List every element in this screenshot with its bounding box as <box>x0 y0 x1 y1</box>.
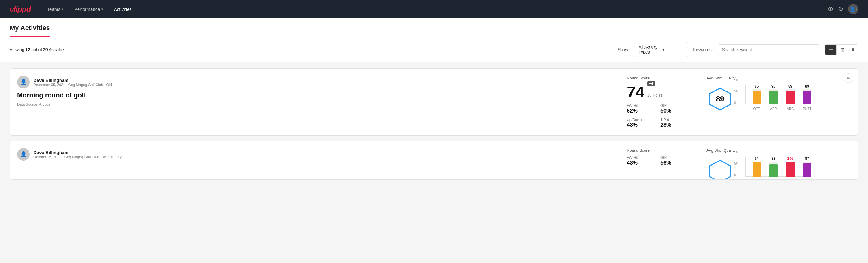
card-divider-2 <box>696 76 697 128</box>
user-name: Dave Billingham <box>33 78 112 83</box>
score-badge: +4 <box>647 81 655 86</box>
stat-grid: FW Hit 62% GIR 50% Up/Down 43% 1 Putt 28… <box>627 104 687 128</box>
card-left-2: 👤 Dave Billingham October 16, 2021 · Gog… <box>17 148 607 164</box>
nav-item-activities[interactable]: Activities <box>110 4 136 14</box>
round-score-wrap: 74 +4 18 Holes <box>627 81 687 100</box>
fw-hit-value-2: 43% <box>627 160 653 166</box>
bar-putt-outer-2 <box>803 162 811 177</box>
card-stats-2: Round Score FW Hit 43% GIR 56% <box>627 148 687 166</box>
avatar-icon: 👤 <box>850 6 856 12</box>
card-left: 👤 Dave Billingham December 05, 2021 · Go… <box>17 76 607 107</box>
updown-value: 43% <box>627 122 653 128</box>
bar-app-value-2: 82 <box>771 156 775 161</box>
data-source: Data Source: Arccos <box>17 102 607 107</box>
activities-list: 👤 Dave Billingham December 05, 2021 · Go… <box>0 62 868 186</box>
bar-putt: 89 PUTT <box>803 84 811 105</box>
y-axis-labels: 100 50 0 <box>735 79 740 105</box>
bar-arg-outer-2 <box>786 162 795 177</box>
stat-item-fw-hit: FW Hit 62% <box>627 104 653 114</box>
bar-app-inner <box>769 91 778 105</box>
refresh-icon[interactable]: ↻ <box>838 5 843 13</box>
bar-chart-2: 94 OTT 82 APP 106 <box>752 157 811 180</box>
activity-card-2: 👤 Dave Billingham October 16, 2021 · Gog… <box>10 141 858 180</box>
card-divider <box>617 76 617 128</box>
bar-app-label: APP <box>770 107 777 111</box>
view-toggle: ☰ ⊞ ≡ <box>825 44 858 55</box>
round-score-label-2: Round Score <box>627 148 687 152</box>
quality-label: Avg Shot Quality <box>707 76 736 80</box>
user-date-2: October 16, 2021 · Gog Magog Golf Club -… <box>33 155 122 159</box>
gir-value-2: 56% <box>660 160 687 166</box>
hexagon-icon-2 <box>708 159 732 180</box>
search-input[interactable] <box>718 44 820 55</box>
user-info-2: Dave Billingham October 16, 2021 · Gog M… <box>33 150 122 159</box>
bar-ott-label-2: OTT <box>753 179 760 180</box>
stat-item-gir: GIR 50% <box>660 104 687 114</box>
y-label-100: 100 <box>735 79 740 82</box>
holes-label: 18 Holes <box>647 93 662 97</box>
viewing-count: 12 <box>26 47 30 52</box>
card-divider-3 <box>617 148 617 172</box>
user-name-2: Dave Billingham <box>33 150 122 155</box>
navbar: clippd Teams ▾ Performance ▾ Activities … <box>0 0 868 18</box>
bar-app: 90 APP <box>769 84 778 105</box>
bar-arg-label-2: ARG <box>787 179 794 180</box>
activity-type-dropdown[interactable]: All Activity Types ▾ <box>634 42 688 57</box>
bar-ott-outer-2 <box>752 162 761 177</box>
bar-putt-inner-2 <box>803 164 811 177</box>
search-input-wrap <box>718 44 820 55</box>
avatar: 👤 <box>17 76 30 88</box>
bar-putt-value: 89 <box>805 84 809 88</box>
page-header: My Activities <box>0 18 868 37</box>
compact-view-button[interactable]: ≡ <box>848 45 858 55</box>
stat-grid-2: FW Hit 43% GIR 56% <box>627 155 687 166</box>
bar-app-label-2: APP <box>770 179 777 180</box>
user-date: December 05, 2021 · Gog Magog Golf Club … <box>33 83 112 87</box>
card-stats: Round Score 74 +4 18 Holes FW Hit 62% GI… <box>627 76 687 128</box>
hexagon-wrap: 89 <box>707 84 734 114</box>
bar-ott-inner <box>752 91 761 105</box>
user-row-2: 👤 Dave Billingham October 16, 2021 · Gog… <box>17 148 607 161</box>
svg-marker-1 <box>710 160 731 180</box>
dropdown-chevron-icon: ▾ <box>662 47 684 52</box>
bar-putt-value-2: 87 <box>805 156 809 161</box>
chevron-down-icon: ▾ <box>62 7 63 11</box>
nav-right: ⊕ ↻ 👤 ▾ <box>828 4 858 14</box>
bar-ott-value: 85 <box>754 84 758 88</box>
user-info: Dave Billingham December 05, 2021 · Gog … <box>33 78 112 87</box>
user-avatar[interactable]: 👤 ▾ <box>848 4 858 14</box>
gir-value: 50% <box>660 108 687 114</box>
quality-section: Avg Shot Quality 89 100 50 0 <box>707 76 851 114</box>
bar-putt-2: 87 PUTT <box>803 156 811 177</box>
card-divider-4 <box>696 148 697 172</box>
bar-app-outer <box>769 89 778 105</box>
fw-hit-label: FW Hit <box>627 104 653 108</box>
bar-app-value: 90 <box>771 84 775 88</box>
avatar-person-icon: 👤 <box>20 79 27 85</box>
fw-hit-value: 62% <box>627 108 653 114</box>
edit-button[interactable]: ✏ <box>844 74 853 83</box>
bar-arg-2: 106 ARG <box>786 156 795 177</box>
bar-ott: 85 OTT <box>752 84 761 105</box>
fw-hit-label-2: FW Hit <box>627 155 653 160</box>
nav-item-teams[interactable]: Teams ▾ <box>43 4 68 14</box>
bar-arg-value: 89 <box>788 84 792 88</box>
y-label-50: 50 <box>735 90 740 93</box>
bar-putt-outer <box>803 89 811 105</box>
bar-putt-label-2: PUTT <box>803 179 811 180</box>
bar-putt-inner <box>803 91 811 105</box>
nav-item-performance[interactable]: Performance ▾ <box>70 4 107 14</box>
bar-chart-wrap-2: 100 50 0 94 OTT 82 <box>743 151 811 180</box>
grid-view-button[interactable]: ⊞ <box>837 45 848 55</box>
logo[interactable]: clippd <box>10 4 31 14</box>
avatar-chevron: ▾ <box>856 7 857 11</box>
user-row: 👤 Dave Billingham December 05, 2021 · Go… <box>17 76 607 88</box>
add-icon[interactable]: ⊕ <box>828 5 833 13</box>
stat-item-fw-hit-2: FW Hit 43% <box>627 155 653 166</box>
viewing-count-text: Viewing 12 out of 29 Activities <box>10 47 613 52</box>
list-view-button[interactable]: ☰ <box>825 45 837 55</box>
avatar-2: 👤 <box>17 148 30 161</box>
avatar-person-icon-2: 👤 <box>20 151 27 158</box>
filter-bar: Viewing 12 out of 29 Activities Show: Al… <box>0 37 868 62</box>
y-axis-labels-2: 100 50 0 <box>735 151 740 177</box>
